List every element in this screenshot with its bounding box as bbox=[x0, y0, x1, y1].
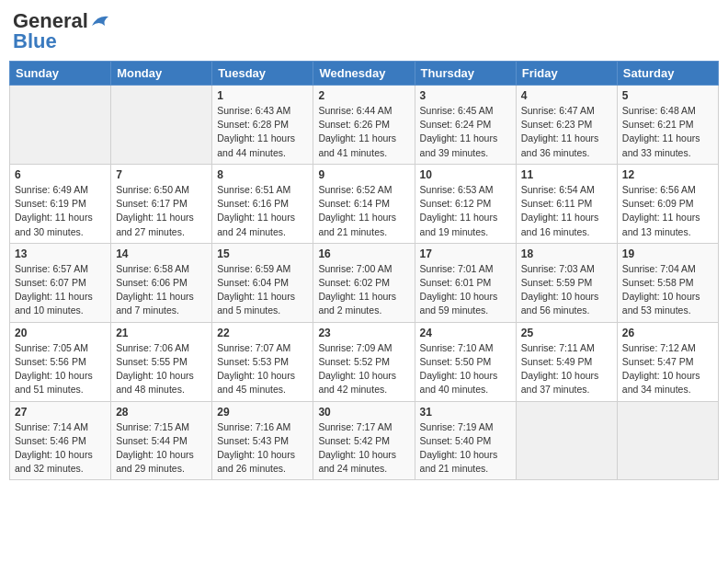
calendar-week-row: 13 Sunrise: 6:57 AM Sunset: 6:07 PM Dayl… bbox=[10, 243, 719, 322]
day-number: 25 bbox=[521, 327, 612, 339]
day-number: 26 bbox=[622, 327, 713, 339]
calendar-cell: 25 Sunrise: 7:11 AM Sunset: 5:49 PM Dayl… bbox=[516, 322, 617, 401]
calendar-cell: 29 Sunrise: 7:16 AM Sunset: 5:43 PM Dayl… bbox=[212, 401, 313, 480]
sunrise-text: Sunrise: 7:14 AM bbox=[15, 421, 88, 432]
sunrise-text: Sunrise: 7:19 AM bbox=[420, 421, 494, 432]
daylight-text: Daylight: 11 hours and 19 minutes. bbox=[420, 212, 498, 236]
day-number: 10 bbox=[420, 168, 511, 181]
daylight-text: Daylight: 11 hours and 16 minutes. bbox=[521, 212, 599, 236]
day-info: Sunrise: 6:57 AM Sunset: 6:07 PM Dayligh… bbox=[15, 262, 106, 318]
sunset-text: Sunset: 6:06 PM bbox=[116, 277, 188, 288]
day-info: Sunrise: 6:59 AM Sunset: 6:04 PM Dayligh… bbox=[217, 262, 308, 318]
sunrise-text: Sunrise: 6:43 AM bbox=[217, 105, 290, 116]
day-info: Sunrise: 6:54 AM Sunset: 6:11 PM Dayligh… bbox=[521, 183, 612, 239]
calendar-cell: 28 Sunrise: 7:15 AM Sunset: 5:44 PM Dayl… bbox=[111, 401, 212, 480]
sunrise-text: Sunrise: 7:01 AM bbox=[420, 263, 494, 274]
calendar-cell bbox=[516, 401, 617, 480]
sunrise-text: Sunrise: 7:16 AM bbox=[217, 421, 290, 432]
sunset-text: Sunset: 5:52 PM bbox=[318, 356, 390, 367]
calendar-table: SundayMondayTuesdayWednesdayThursdayFrid… bbox=[9, 61, 719, 480]
calendar-cell: 1 Sunrise: 6:43 AM Sunset: 6:28 PM Dayli… bbox=[212, 86, 313, 165]
sunrise-text: Sunrise: 6:56 AM bbox=[622, 184, 696, 195]
daylight-text: Daylight: 11 hours and 24 minutes. bbox=[217, 212, 295, 236]
sunrise-text: Sunrise: 7:06 AM bbox=[116, 342, 189, 353]
sunset-text: Sunset: 6:21 PM bbox=[622, 119, 694, 130]
day-info: Sunrise: 7:15 AM Sunset: 5:44 PM Dayligh… bbox=[116, 420, 207, 477]
calendar-cell: 24 Sunrise: 7:10 AM Sunset: 5:50 PM Dayl… bbox=[415, 322, 516, 401]
day-number: 15 bbox=[217, 247, 308, 260]
day-number: 4 bbox=[521, 89, 612, 102]
day-number: 22 bbox=[217, 327, 308, 339]
calendar-week-row: 27 Sunrise: 7:14 AM Sunset: 5:46 PM Dayl… bbox=[10, 401, 719, 480]
day-info: Sunrise: 7:10 AM Sunset: 5:50 PM Dayligh… bbox=[420, 341, 511, 397]
calendar-cell: 5 Sunrise: 6:48 AM Sunset: 6:21 PM Dayli… bbox=[617, 86, 718, 165]
calendar-cell bbox=[111, 86, 212, 165]
sunset-text: Sunset: 6:04 PM bbox=[217, 277, 289, 288]
day-info: Sunrise: 7:01 AM Sunset: 6:01 PM Dayligh… bbox=[420, 262, 511, 318]
sunrise-text: Sunrise: 6:45 AM bbox=[420, 105, 494, 116]
sunrise-text: Sunrise: 7:00 AM bbox=[318, 263, 392, 274]
day-of-week-header: Wednesday bbox=[313, 62, 415, 86]
daylight-text: Daylight: 10 hours and 59 minutes. bbox=[420, 291, 498, 316]
sunrise-text: Sunrise: 7:05 AM bbox=[15, 342, 88, 353]
sunset-text: Sunset: 6:01 PM bbox=[420, 277, 492, 288]
day-info: Sunrise: 6:43 AM Sunset: 6:28 PM Dayligh… bbox=[217, 104, 308, 160]
day-number: 21 bbox=[116, 327, 207, 339]
daylight-text: Daylight: 11 hours and 7 minutes. bbox=[116, 291, 194, 316]
sunrise-text: Sunrise: 6:48 AM bbox=[622, 105, 696, 116]
calendar-cell: 27 Sunrise: 7:14 AM Sunset: 5:46 PM Dayl… bbox=[10, 401, 111, 480]
day-number: 31 bbox=[420, 406, 511, 419]
day-info: Sunrise: 7:07 AM Sunset: 5:53 PM Dayligh… bbox=[217, 341, 308, 397]
daylight-text: Daylight: 10 hours and 21 minutes. bbox=[420, 449, 498, 474]
sunrise-text: Sunrise: 6:51 AM bbox=[217, 184, 290, 195]
calendar-cell: 19 Sunrise: 7:04 AM Sunset: 5:58 PM Dayl… bbox=[617, 243, 718, 322]
daylight-text: Daylight: 10 hours and 45 minutes. bbox=[217, 370, 295, 395]
daylight-text: Daylight: 11 hours and 27 minutes. bbox=[116, 212, 194, 236]
daylight-text: Daylight: 10 hours and 51 minutes. bbox=[15, 370, 93, 395]
day-info: Sunrise: 7:06 AM Sunset: 5:55 PM Dayligh… bbox=[116, 341, 207, 397]
day-of-week-header: Tuesday bbox=[212, 62, 313, 86]
day-number: 24 bbox=[420, 327, 511, 339]
days-header-row: SundayMondayTuesdayWednesdayThursdayFrid… bbox=[10, 62, 719, 86]
sunset-text: Sunset: 5:59 PM bbox=[521, 277, 593, 288]
sunset-text: Sunset: 5:42 PM bbox=[318, 435, 390, 446]
sunset-text: Sunset: 5:43 PM bbox=[217, 435, 289, 446]
day-number: 7 bbox=[116, 168, 207, 181]
sunset-text: Sunset: 5:58 PM bbox=[622, 277, 694, 288]
calendar-week-row: 20 Sunrise: 7:05 AM Sunset: 5:56 PM Dayl… bbox=[10, 322, 719, 401]
day-info: Sunrise: 7:12 AM Sunset: 5:47 PM Dayligh… bbox=[622, 341, 713, 397]
sunset-text: Sunset: 5:56 PM bbox=[15, 356, 86, 367]
sunset-text: Sunset: 5:47 PM bbox=[622, 356, 694, 367]
calendar-cell: 11 Sunrise: 6:54 AM Sunset: 6:11 PM Dayl… bbox=[516, 164, 617, 243]
daylight-text: Daylight: 11 hours and 41 minutes. bbox=[318, 132, 396, 157]
day-number: 27 bbox=[15, 406, 106, 419]
daylight-text: Daylight: 11 hours and 33 minutes. bbox=[622, 132, 700, 157]
daylight-text: Daylight: 10 hours and 56 minutes. bbox=[521, 291, 599, 316]
daylight-text: Daylight: 10 hours and 48 minutes. bbox=[116, 370, 194, 395]
day-info: Sunrise: 7:11 AM Sunset: 5:49 PM Dayligh… bbox=[521, 341, 612, 397]
daylight-text: Daylight: 10 hours and 26 minutes. bbox=[217, 449, 295, 474]
calendar-cell: 9 Sunrise: 6:52 AM Sunset: 6:14 PM Dayli… bbox=[313, 164, 415, 243]
daylight-text: Daylight: 10 hours and 34 minutes. bbox=[622, 370, 700, 395]
logo: General Blue bbox=[13, 9, 110, 53]
day-info: Sunrise: 6:51 AM Sunset: 6:16 PM Dayligh… bbox=[217, 183, 308, 239]
sunset-text: Sunset: 6:28 PM bbox=[217, 119, 289, 130]
sunrise-text: Sunrise: 6:53 AM bbox=[420, 184, 494, 195]
day-info: Sunrise: 7:14 AM Sunset: 5:46 PM Dayligh… bbox=[15, 420, 106, 477]
day-info: Sunrise: 7:09 AM Sunset: 5:52 PM Dayligh… bbox=[318, 341, 409, 397]
daylight-text: Daylight: 11 hours and 13 minutes. bbox=[622, 212, 700, 236]
sunrise-text: Sunrise: 7:11 AM bbox=[521, 342, 595, 353]
day-number: 9 bbox=[318, 168, 409, 181]
calendar-cell: 23 Sunrise: 7:09 AM Sunset: 5:52 PM Dayl… bbox=[313, 322, 415, 401]
day-info: Sunrise: 7:05 AM Sunset: 5:56 PM Dayligh… bbox=[15, 341, 106, 397]
sunrise-text: Sunrise: 6:49 AM bbox=[15, 184, 88, 195]
day-number: 18 bbox=[521, 247, 612, 260]
calendar-week-row: 6 Sunrise: 6:49 AM Sunset: 6:19 PM Dayli… bbox=[10, 164, 719, 243]
day-number: 30 bbox=[318, 406, 409, 419]
daylight-text: Daylight: 10 hours and 32 minutes. bbox=[15, 449, 93, 474]
sunset-text: Sunset: 5:50 PM bbox=[420, 356, 492, 367]
daylight-text: Daylight: 11 hours and 44 minutes. bbox=[217, 132, 295, 157]
day-number: 14 bbox=[116, 247, 207, 260]
day-of-week-header: Monday bbox=[111, 62, 212, 86]
daylight-text: Daylight: 11 hours and 21 minutes. bbox=[318, 212, 396, 236]
